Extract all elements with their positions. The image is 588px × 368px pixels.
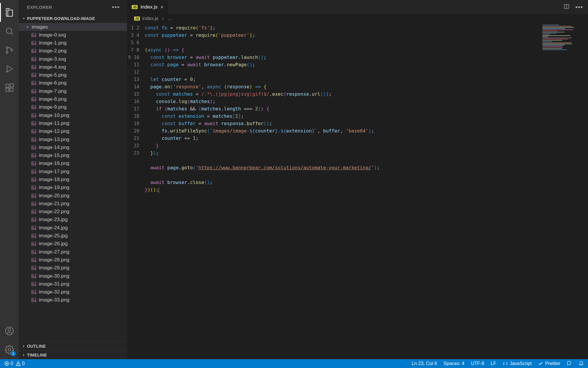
explorer-icon[interactable] <box>0 3 19 22</box>
svg-rect-17 <box>32 49 36 53</box>
svg-point-30 <box>33 98 34 99</box>
svg-rect-61 <box>32 226 36 230</box>
file-name: image-10.png <box>39 112 69 118</box>
accounts-icon[interactable] <box>0 321 19 340</box>
file-row[interactable]: image-7.png <box>19 87 127 95</box>
file-row[interactable]: image-17.png <box>19 168 127 175</box>
run-debug-icon[interactable] <box>0 59 19 78</box>
outline-section[interactable]: OUTLINE <box>19 342 127 350</box>
file-name: image-13.png <box>39 137 69 142</box>
file-row[interactable]: image-23.jpg <box>19 216 127 224</box>
svg-point-50 <box>33 179 34 180</box>
file-row[interactable]: image-15.png <box>19 151 127 159</box>
minimap[interactable] <box>541 23 588 359</box>
file-row[interactable]: image-1.png <box>19 39 127 47</box>
svg-point-0 <box>6 28 12 34</box>
file-row[interactable]: image-21.png <box>19 200 127 208</box>
file-row[interactable]: image-14.png <box>19 143 127 151</box>
svg-point-72 <box>33 267 34 268</box>
settings-icon[interactable]: 1 <box>0 340 19 359</box>
file-row[interactable]: image-29.png <box>19 264 127 272</box>
folder-label: images <box>32 24 48 30</box>
language-mode[interactable]: JavaScript <box>503 361 532 366</box>
svg-rect-67 <box>32 250 36 254</box>
file-row[interactable]: image-30.png <box>19 272 127 280</box>
file-row[interactable]: image-18.png <box>19 175 127 183</box>
file-name: image-30.png <box>39 273 69 279</box>
tab-index-js[interactable]: JS index.js × <box>127 0 168 14</box>
indentation[interactable]: Spaces: 4 <box>444 361 465 366</box>
image-file-icon <box>31 80 36 86</box>
image-file-icon <box>31 64 36 70</box>
file-name: image-17.png <box>39 169 69 175</box>
file-row[interactable]: image-9.png <box>19 103 127 111</box>
file-row[interactable]: image-20.png <box>19 192 127 200</box>
file-row[interactable]: image-3.svg <box>19 55 127 63</box>
tab-bar: JS index.js × ••• <box>127 0 588 14</box>
file-row[interactable]: image-16.png <box>19 160 127 168</box>
svg-point-64 <box>33 235 34 236</box>
file-name: image-1.png <box>39 40 67 46</box>
encoding[interactable]: UTF-8 <box>471 361 484 366</box>
file-row[interactable]: image-25.jpg <box>19 232 127 240</box>
file-row[interactable]: image-2.png <box>19 47 127 55</box>
svg-rect-69 <box>32 258 36 262</box>
explorer-sidebar: EXPLORER ••• PUPPETEER-DOWNLOAD-IMAGE im… <box>19 0 127 359</box>
image-file-icon <box>31 40 36 46</box>
file-row[interactable]: image-6.png <box>19 79 127 87</box>
svg-rect-19 <box>32 57 36 61</box>
source-control-icon[interactable] <box>0 41 19 59</box>
svg-rect-77 <box>32 290 36 294</box>
file-row[interactable]: image-11.png <box>19 119 127 127</box>
file-row[interactable]: image-13.png <box>19 135 127 143</box>
file-row[interactable]: image-22.png <box>19 208 127 216</box>
svg-rect-45 <box>32 162 36 165</box>
search-icon[interactable] <box>0 22 19 41</box>
feedback-icon[interactable] <box>567 360 572 367</box>
file-row[interactable]: image-28.png <box>19 256 127 264</box>
svg-rect-39 <box>32 138 36 141</box>
extensions-icon[interactable] <box>0 78 19 97</box>
close-tab-icon[interactable]: × <box>161 4 164 10</box>
breadcrumb[interactable]: JS index.js ... <box>127 14 588 23</box>
svg-rect-65 <box>32 242 36 246</box>
file-row[interactable]: image-31.png <box>19 280 127 288</box>
svg-rect-53 <box>32 194 36 198</box>
file-row[interactable]: image-33.png <box>19 296 127 304</box>
file-row[interactable]: image-27.png <box>19 248 127 256</box>
file-row[interactable]: image-4.svg <box>19 63 127 71</box>
svg-point-78 <box>33 291 34 292</box>
prettier-status[interactable]: Prettier <box>538 361 560 366</box>
eol[interactable]: LF <box>491 361 496 366</box>
file-row[interactable]: image-10.png <box>19 111 127 119</box>
image-file-icon <box>31 121 36 126</box>
file-row[interactable]: image-0.svg <box>19 31 127 39</box>
notifications-icon[interactable] <box>579 360 584 367</box>
timeline-section[interactable]: TIMELINE <box>19 350 127 359</box>
split-editor-icon[interactable] <box>564 4 569 11</box>
cursor-position[interactable]: Ln 23, Col 6 <box>412 361 437 366</box>
image-file-icon <box>31 225 36 231</box>
file-row[interactable]: image-12.png <box>19 127 127 135</box>
image-file-icon <box>31 177 36 182</box>
warning-icon[interactable]: 0 <box>16 361 25 366</box>
file-row[interactable]: image-19.png <box>19 184 127 192</box>
svg-rect-8 <box>10 88 13 91</box>
sidebar-title: EXPLORER <box>27 5 52 10</box>
project-header[interactable]: PUPPETEER-DOWNLOAD-IMAGE <box>19 14 127 23</box>
svg-rect-59 <box>32 218 36 221</box>
error-icon[interactable]: 0 <box>4 361 13 366</box>
folder-images[interactable]: images <box>19 23 127 31</box>
sidebar-more-icon[interactable]: ••• <box>112 4 120 11</box>
file-row[interactable]: image-5.png <box>19 71 127 79</box>
file-row[interactable]: image-26.jpg <box>19 240 127 248</box>
file-row[interactable]: image-32.png <box>19 288 127 296</box>
file-row[interactable]: image-24.jpg <box>19 224 127 232</box>
svg-rect-51 <box>32 186 36 189</box>
code-editor[interactable]: const fs = require('fs'); const puppetee… <box>145 23 541 359</box>
svg-point-66 <box>33 243 34 244</box>
js-file-icon: JS <box>132 5 138 9</box>
file-row[interactable]: image-8.png <box>19 95 127 103</box>
image-file-icon <box>31 273 36 279</box>
more-actions-icon[interactable]: ••• <box>575 4 583 11</box>
